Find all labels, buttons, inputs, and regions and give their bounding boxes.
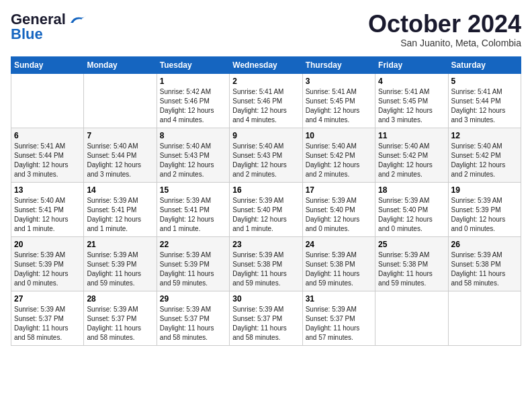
day-info: Sunrise: 5:40 AM Sunset: 5:42 PM Dayligh… [306, 142, 372, 179]
day-info: Sunrise: 5:40 AM Sunset: 5:41 PM Dayligh… [14, 196, 81, 234]
day-info: Sunrise: 5:39 AM Sunset: 5:37 PM Dayligh… [87, 305, 153, 342]
calendar-cell: 8Sunrise: 5:40 AM Sunset: 5:43 PM Daylig… [157, 128, 229, 182]
location: San Juanito, Meta, Colombia [368, 38, 521, 48]
day-number: 15 [160, 185, 226, 195]
day-info: Sunrise: 5:41 AM Sunset: 5:45 PM Dayligh… [378, 87, 445, 125]
day-number: 29 [160, 294, 226, 304]
day-info: Sunrise: 5:40 AM Sunset: 5:42 PM Dayligh… [378, 142, 445, 179]
day-number: 22 [160, 240, 226, 249]
calendar-cell: 15Sunrise: 5:39 AM Sunset: 5:41 PM Dayli… [157, 182, 229, 236]
calendar-week-row: 27Sunrise: 5:39 AM Sunset: 5:37 PM Dayli… [11, 291, 521, 345]
day-info: Sunrise: 5:39 AM Sunset: 5:37 PM Dayligh… [160, 305, 226, 342]
day-info: Sunrise: 5:41 AM Sunset: 5:45 PM Dayligh… [306, 87, 372, 125]
day-info: Sunrise: 5:39 AM Sunset: 5:41 PM Dayligh… [160, 196, 226, 234]
day-info: Sunrise: 5:40 AM Sunset: 5:44 PM Dayligh… [87, 142, 153, 179]
calendar-cell [84, 73, 157, 128]
calendar-cell: 12Sunrise: 5:40 AM Sunset: 5:42 PM Dayli… [448, 128, 521, 182]
day-number: 6 [14, 131, 81, 140]
day-number: 30 [232, 294, 299, 304]
calendar-cell: 3Sunrise: 5:41 AM Sunset: 5:45 PM Daylig… [302, 73, 375, 128]
day-info: Sunrise: 5:39 AM Sunset: 5:39 PM Dayligh… [14, 250, 81, 288]
day-number: 28 [87, 294, 153, 304]
day-info: Sunrise: 5:39 AM Sunset: 5:38 PM Dayligh… [306, 250, 372, 288]
calendar-cell: 2Sunrise: 5:41 AM Sunset: 5:46 PM Daylig… [230, 73, 302, 128]
calendar-cell: 30Sunrise: 5:39 AM Sunset: 5:37 PM Dayli… [230, 291, 302, 345]
title-block: October 2024 San Juanito, Meta, Colombia [368, 11, 521, 48]
day-info: Sunrise: 5:39 AM Sunset: 5:41 PM Dayligh… [87, 196, 153, 234]
day-number: 5 [451, 77, 518, 86]
calendar-cell: 26Sunrise: 5:39 AM Sunset: 5:38 PM Dayli… [448, 236, 521, 291]
day-info: Sunrise: 5:40 AM Sunset: 5:43 PM Dayligh… [232, 142, 299, 179]
day-info: Sunrise: 5:41 AM Sunset: 5:46 PM Dayligh… [232, 87, 299, 125]
calendar-cell: 13Sunrise: 5:40 AM Sunset: 5:41 PM Dayli… [11, 182, 84, 236]
day-number: 12 [451, 131, 518, 140]
day-number: 23 [232, 240, 299, 249]
calendar-week-row: 1Sunrise: 5:42 AM Sunset: 5:46 PM Daylig… [11, 73, 521, 128]
calendar-week-row: 6Sunrise: 5:41 AM Sunset: 5:44 PM Daylig… [11, 128, 521, 182]
calendar-cell [448, 291, 521, 345]
logo-bird-icon [67, 13, 87, 26]
calendar-cell: 25Sunrise: 5:39 AM Sunset: 5:38 PM Dayli… [375, 236, 448, 291]
calendar-cell: 31Sunrise: 5:39 AM Sunset: 5:37 PM Dayli… [302, 291, 375, 345]
day-number: 11 [378, 131, 445, 140]
calendar-cell: 24Sunrise: 5:39 AM Sunset: 5:38 PM Dayli… [302, 236, 375, 291]
day-info: Sunrise: 5:39 AM Sunset: 5:38 PM Dayligh… [378, 250, 445, 288]
day-number: 13 [14, 185, 81, 195]
month-title: October 2024 [368, 11, 521, 38]
calendar-cell: 21Sunrise: 5:39 AM Sunset: 5:39 PM Dayli… [84, 236, 157, 291]
page-header: General Blue October 2024 San Juanito, M… [11, 11, 521, 48]
day-info: Sunrise: 5:42 AM Sunset: 5:46 PM Dayligh… [160, 87, 226, 125]
day-info: Sunrise: 5:39 AM Sunset: 5:40 PM Dayligh… [306, 196, 372, 234]
weekday-header: Wednesday [230, 56, 302, 73]
day-number: 27 [14, 294, 81, 304]
day-info: Sunrise: 5:39 AM Sunset: 5:38 PM Dayligh… [451, 250, 518, 288]
day-info: Sunrise: 5:39 AM Sunset: 5:37 PM Dayligh… [232, 305, 299, 342]
calendar-cell: 28Sunrise: 5:39 AM Sunset: 5:37 PM Dayli… [84, 291, 157, 345]
calendar-cell: 5Sunrise: 5:41 AM Sunset: 5:44 PM Daylig… [448, 73, 521, 128]
day-number: 4 [378, 77, 445, 86]
day-info: Sunrise: 5:40 AM Sunset: 5:42 PM Dayligh… [451, 142, 518, 179]
day-number: 7 [87, 131, 153, 140]
day-number: 31 [306, 294, 372, 304]
weekday-header: Monday [84, 56, 157, 73]
calendar-cell: 17Sunrise: 5:39 AM Sunset: 5:40 PM Dayli… [302, 182, 375, 236]
calendar-cell: 6Sunrise: 5:41 AM Sunset: 5:44 PM Daylig… [11, 128, 84, 182]
day-number: 19 [451, 185, 518, 195]
day-info: Sunrise: 5:39 AM Sunset: 5:38 PM Dayligh… [232, 250, 299, 288]
logo: General Blue [11, 11, 87, 43]
day-number: 2 [232, 77, 299, 86]
calendar-cell: 19Sunrise: 5:39 AM Sunset: 5:39 PM Dayli… [448, 182, 521, 236]
day-info: Sunrise: 5:39 AM Sunset: 5:40 PM Dayligh… [232, 196, 299, 234]
calendar-cell: 23Sunrise: 5:39 AM Sunset: 5:38 PM Dayli… [230, 236, 302, 291]
calendar-cell: 14Sunrise: 5:39 AM Sunset: 5:41 PM Dayli… [84, 182, 157, 236]
calendar-week-row: 20Sunrise: 5:39 AM Sunset: 5:39 PM Dayli… [11, 236, 521, 291]
day-number: 18 [378, 185, 445, 195]
calendar-cell: 9Sunrise: 5:40 AM Sunset: 5:43 PM Daylig… [230, 128, 302, 182]
weekday-header: Tuesday [157, 56, 229, 73]
calendar-cell [11, 73, 84, 128]
day-number: 26 [451, 240, 518, 249]
calendar-cell: 1Sunrise: 5:42 AM Sunset: 5:46 PM Daylig… [157, 73, 229, 128]
calendar-cell: 10Sunrise: 5:40 AM Sunset: 5:42 PM Dayli… [302, 128, 375, 182]
day-info: Sunrise: 5:39 AM Sunset: 5:39 PM Dayligh… [160, 250, 226, 288]
weekday-header: Sunday [11, 56, 84, 73]
day-info: Sunrise: 5:39 AM Sunset: 5:40 PM Dayligh… [378, 196, 445, 234]
day-number: 14 [87, 185, 153, 195]
calendar-cell [375, 291, 448, 345]
day-info: Sunrise: 5:39 AM Sunset: 5:37 PM Dayligh… [14, 305, 81, 342]
day-info: Sunrise: 5:41 AM Sunset: 5:44 PM Dayligh… [14, 142, 81, 179]
day-number: 16 [232, 185, 299, 195]
day-info: Sunrise: 5:39 AM Sunset: 5:39 PM Dayligh… [451, 196, 518, 234]
weekday-header: Saturday [448, 56, 521, 73]
day-number: 8 [160, 131, 226, 140]
day-number: 17 [306, 185, 372, 195]
day-number: 20 [14, 240, 81, 249]
weekday-header: Friday [375, 56, 448, 73]
calendar-cell: 18Sunrise: 5:39 AM Sunset: 5:40 PM Dayli… [375, 182, 448, 236]
day-info: Sunrise: 5:40 AM Sunset: 5:43 PM Dayligh… [160, 142, 226, 179]
calendar-cell: 22Sunrise: 5:39 AM Sunset: 5:39 PM Dayli… [157, 236, 229, 291]
weekday-header: Thursday [302, 56, 375, 73]
day-number: 24 [306, 240, 372, 249]
logo-blue: Blue [11, 26, 43, 43]
calendar-cell: 27Sunrise: 5:39 AM Sunset: 5:37 PM Dayli… [11, 291, 84, 345]
